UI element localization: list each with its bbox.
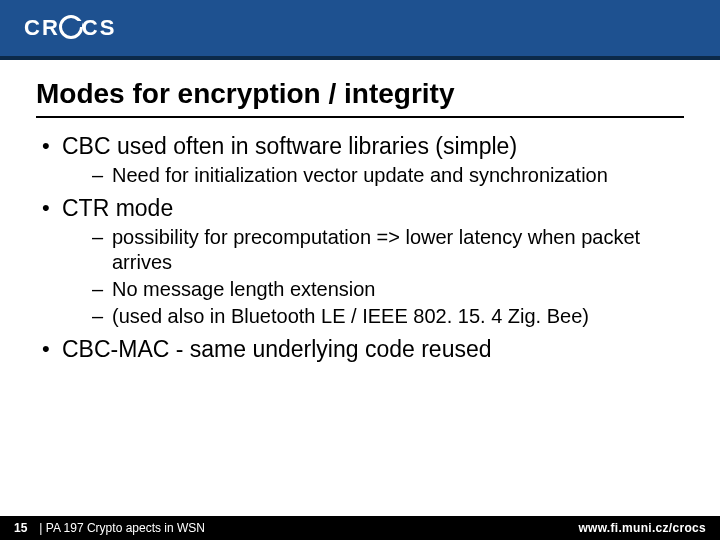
sub-list: Need for initialization vector update an… — [62, 163, 684, 188]
content-area: Modes for encryption / integrity CBC use… — [0, 60, 720, 516]
sub-item: possibility for precomputation => lower … — [62, 225, 684, 275]
page-number: 15 — [14, 521, 27, 535]
bullet-item: CBC used often in software libraries (si… — [36, 132, 684, 188]
title-rule — [36, 116, 684, 118]
logo-circle-icon — [59, 15, 83, 39]
sub-item: Need for initialization vector update an… — [62, 163, 684, 188]
bullet-list: CBC used often in software libraries (si… — [36, 132, 684, 363]
logo-text-pre: CR — [24, 15, 60, 41]
sub-list: possibility for precomputation => lower … — [62, 225, 684, 329]
footer-url: www.fi.muni.cz/crocs — [578, 521, 706, 535]
bullet-text: CBC used often in software libraries (si… — [62, 133, 517, 159]
bullet-text: CBC-MAC - same underlying code reused — [62, 336, 492, 362]
sub-item: No message length extension — [62, 277, 684, 302]
bullet-item: CTR mode possibility for precomputation … — [36, 194, 684, 329]
footer-course: | PA 197 Crypto apects in WSN — [39, 521, 578, 535]
bullet-item: CBC-MAC - same underlying code reused — [36, 335, 684, 364]
slide: CR CS Modes for encryption / integrity C… — [0, 0, 720, 540]
logo-text-post: CS — [82, 15, 117, 41]
slide-title: Modes for encryption / integrity — [36, 78, 684, 110]
sub-item: (used also in Bluetooth LE / IEEE 802. 1… — [62, 304, 684, 329]
logo: CR CS — [24, 15, 116, 41]
footer-bar: 15 | PA 197 Crypto apects in WSN www.fi.… — [0, 516, 720, 540]
bullet-text: CTR mode — [62, 195, 173, 221]
header-bar: CR CS — [0, 0, 720, 56]
